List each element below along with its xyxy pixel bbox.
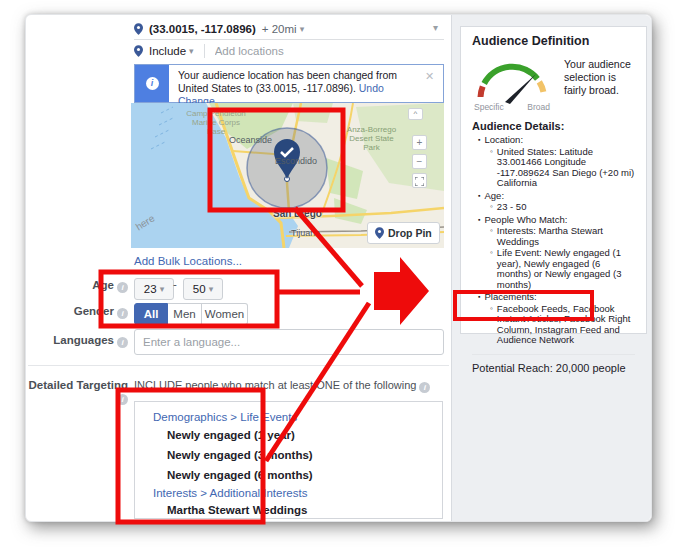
- help-icon[interactable]: i: [117, 337, 128, 348]
- location-include-row: Include ▾: [134, 40, 444, 62]
- languages-input[interactable]: [134, 329, 444, 355]
- include-rule-text: INCLUDE people who match at least ONE of…: [134, 379, 430, 393]
- help-icon[interactable]: i: [419, 382, 430, 393]
- age-min-select[interactable]: 23▾: [134, 278, 174, 300]
- banner-message: Your audience location has been changed …: [169, 65, 425, 102]
- detail-subitem: ◦Life Event: Newly engaged (1 year), New…: [490, 248, 635, 290]
- detail-subitem: ◦Interests: Martha Stewart Weddings: [490, 226, 635, 247]
- detail-item: ▪Placements:: [478, 292, 635, 303]
- fullscreen-icon[interactable]: [412, 173, 427, 188]
- location-change-banner: i Your audience location has been change…: [134, 64, 444, 103]
- close-icon[interactable]: ✕: [425, 65, 443, 102]
- section-divider: [28, 365, 449, 366]
- gender-segmented-control: All Men Women: [134, 303, 248, 325]
- detailed-targeting-box: Demographics > Life Events Newly engaged…: [134, 401, 443, 519]
- detail-subitem: ◦23 - 50: [490, 202, 635, 213]
- help-icon[interactable]: i: [117, 308, 128, 319]
- gender-women-button[interactable]: Women: [202, 303, 248, 325]
- audience-panel-background: Audience Definition Specific Broad Your …: [451, 15, 651, 521]
- include-dropdown[interactable]: Include: [149, 45, 186, 57]
- targeting-category-link[interactable]: Demographics > Life Events: [153, 411, 297, 423]
- help-icon[interactable]: i: [117, 394, 128, 405]
- targeting-item[interactable]: Newly engaged (6 months): [167, 469, 313, 481]
- detail-item: ▪Location:: [478, 135, 635, 146]
- targeting-item[interactable]: Martha Stewart Weddings: [167, 504, 307, 516]
- detail-item: ▪People Who Match:: [478, 215, 635, 226]
- languages-label: Languagesi: [26, 334, 128, 348]
- add-bulk-locations-link[interactable]: Add Bulk Locations...: [134, 255, 242, 267]
- gauge-broad-label: Broad: [527, 102, 550, 112]
- detail-item: ▪Age:: [478, 191, 635, 202]
- targeting-pane: (33.0015, -117.0896) + 20mi ▾ ▾ Include …: [26, 15, 451, 521]
- audience-gauge: Specific Broad: [472, 54, 556, 112]
- collapse-locations-icon[interactable]: ▾: [433, 22, 438, 33]
- chevron-down-icon: ▾: [189, 46, 194, 56]
- targeting-item[interactable]: Newly engaged (1 year): [167, 429, 295, 441]
- location-pin-icon: [134, 45, 143, 57]
- detailed-targeting-label: Detailed Targetingi: [26, 379, 128, 405]
- add-locations-input[interactable]: [213, 44, 444, 58]
- map-pan-up-button[interactable]: ^: [408, 108, 423, 120]
- gender-men-button[interactable]: Men: [168, 303, 202, 325]
- location-coords: (33.0015, -117.0896): [149, 23, 256, 35]
- screenshot-frame: (33.0015, -117.0896) + 20mi ▾ ▾ Include …: [25, 14, 652, 522]
- audience-summary: Your audience selection is fairly broad.: [556, 54, 635, 112]
- audience-details-list: ▪Location: ◦United States: Latitude 33.0…: [472, 135, 635, 346]
- info-icon: i: [135, 65, 169, 102]
- age-label: Agei: [26, 279, 128, 293]
- map[interactable]: Camp Pendleton Marine Corps Base Oceansi…: [131, 103, 444, 248]
- location-radius[interactable]: + 20mi: [262, 23, 297, 35]
- detail-subitem: ◦United States: Latitude 33.001466 Longi…: [490, 147, 635, 189]
- help-icon[interactable]: i: [117, 282, 128, 293]
- drop-pin-icon: [375, 227, 384, 239]
- location-pin-icon: [134, 23, 143, 35]
- audience-definition-card: Audience Definition Specific Broad Your …: [460, 26, 647, 334]
- gauge-needle: [505, 74, 536, 104]
- drop-pin-button[interactable]: Drop Pin: [367, 222, 440, 244]
- gender-label: Genderi: [26, 305, 128, 319]
- age-max-select[interactable]: 50▾: [183, 278, 223, 300]
- chevron-down-icon: ▾: [300, 24, 305, 34]
- detail-subitem: ◦Facebook Feeds, Facebook Instant Articl…: [490, 304, 635, 346]
- selected-location-row[interactable]: (33.0015, -117.0896) + 20mi ▾ ▾: [134, 18, 444, 40]
- audience-definition-title: Audience Definition: [472, 34, 635, 48]
- potential-reach: Potential Reach: 20,000 people: [472, 362, 635, 374]
- zoom-out-button[interactable]: −: [412, 154, 427, 169]
- gauge-specific-label: Specific: [474, 102, 504, 112]
- card-divider: [472, 354, 635, 355]
- targeting-item[interactable]: Newly engaged (3 months): [167, 449, 313, 461]
- divider: [204, 44, 205, 58]
- gender-all-button[interactable]: All: [134, 303, 168, 325]
- zoom-in-button[interactable]: +: [412, 135, 427, 150]
- audience-details-title: Audience Details:: [472, 120, 635, 132]
- age-range-separator: -: [173, 278, 177, 290]
- targeting-category-link[interactable]: Interests > Additional Interests: [153, 487, 307, 499]
